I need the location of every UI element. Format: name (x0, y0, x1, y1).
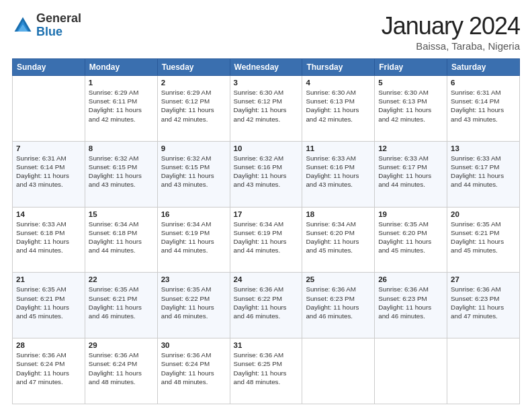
logo-blue: Blue (36, 25, 62, 38)
day-info: Sunrise: 6:35 AM Sunset: 6:21 PM Dayligh… (451, 220, 516, 255)
day-info: Sunrise: 6:30 AM Sunset: 6:13 PM Dayligh… (378, 88, 443, 124)
day-number: 2 (161, 79, 226, 87)
logo-text: General Blue (36, 12, 81, 39)
day-info: Sunrise: 6:31 AM Sunset: 6:14 PM Dayligh… (16, 154, 81, 189)
calendar-header-row: Sunday Monday Tuesday Wednesday Thursday… (13, 59, 520, 76)
calendar-week-1: 1Sunrise: 6:29 AM Sunset: 6:11 PM Daylig… (13, 76, 520, 142)
day-number: 20 (451, 210, 516, 218)
calendar-week-3: 14Sunrise: 6:33 AM Sunset: 6:18 PM Dayli… (13, 207, 520, 273)
day-number: 3 (234, 79, 299, 87)
table-row: 29Sunrise: 6:36 AM Sunset: 6:24 PM Dayli… (85, 338, 157, 404)
table-row (375, 338, 447, 404)
day-info: Sunrise: 6:34 AM Sunset: 6:18 PM Dayligh… (89, 220, 154, 255)
table-row: 12Sunrise: 6:33 AM Sunset: 6:17 PM Dayli… (375, 141, 447, 207)
calendar-week-5: 28Sunrise: 6:36 AM Sunset: 6:24 PM Dayli… (13, 338, 520, 404)
table-row: 26Sunrise: 6:36 AM Sunset: 6:23 PM Dayli… (375, 273, 447, 338)
day-info: Sunrise: 6:35 AM Sunset: 6:20 PM Dayligh… (378, 220, 443, 255)
day-info: Sunrise: 6:36 AM Sunset: 6:25 PM Dayligh… (234, 351, 299, 386)
day-number: 18 (306, 210, 371, 218)
day-info: Sunrise: 6:34 AM Sunset: 6:19 PM Dayligh… (161, 220, 226, 255)
day-number: 30 (161, 341, 226, 349)
day-number: 17 (234, 210, 299, 218)
calendar-table: Sunday Monday Tuesday Wednesday Thursday… (12, 58, 520, 404)
day-info: Sunrise: 6:29 AM Sunset: 6:11 PM Dayligh… (89, 88, 154, 124)
day-number: 16 (161, 210, 226, 218)
header-sunday: Sunday (13, 59, 85, 76)
table-row: 25Sunrise: 6:36 AM Sunset: 6:23 PM Dayli… (302, 273, 375, 338)
title-block: January 2024 Baissa, Taraba, Nigeria (382, 12, 520, 52)
day-info: Sunrise: 6:36 AM Sunset: 6:23 PM Dayligh… (306, 285, 371, 320)
day-info: Sunrise: 6:36 AM Sunset: 6:24 PM Dayligh… (16, 351, 81, 386)
header-wednesday: Wednesday (230, 59, 302, 76)
header: General Blue January 2024 Baissa, Taraba… (12, 12, 520, 52)
table-row: 23Sunrise: 6:35 AM Sunset: 6:22 PM Dayli… (157, 273, 230, 338)
day-number: 23 (161, 275, 226, 283)
day-number: 10 (234, 144, 299, 152)
day-number: 1 (89, 79, 154, 87)
day-number: 9 (161, 144, 226, 152)
day-info: Sunrise: 6:35 AM Sunset: 6:21 PM Dayligh… (89, 285, 154, 320)
day-number: 21 (16, 275, 81, 283)
day-info: Sunrise: 6:34 AM Sunset: 6:19 PM Dayligh… (234, 220, 299, 255)
table-row: 6Sunrise: 6:31 AM Sunset: 6:14 PM Daylig… (447, 76, 520, 142)
table-row: 3Sunrise: 6:30 AM Sunset: 6:12 PM Daylig… (230, 76, 302, 142)
table-row: 16Sunrise: 6:34 AM Sunset: 6:19 PM Dayli… (157, 207, 230, 273)
day-number: 24 (234, 275, 299, 283)
day-number: 14 (16, 210, 81, 218)
header-saturday: Saturday (447, 59, 520, 76)
logo: General Blue (12, 12, 81, 39)
table-row: 8Sunrise: 6:32 AM Sunset: 6:15 PM Daylig… (85, 141, 157, 207)
day-number: 22 (89, 275, 154, 283)
table-row (302, 338, 375, 404)
day-info: Sunrise: 6:30 AM Sunset: 6:13 PM Dayligh… (306, 88, 371, 124)
calendar-week-4: 21Sunrise: 6:35 AM Sunset: 6:21 PM Dayli… (13, 273, 520, 338)
header-tuesday: Tuesday (157, 59, 230, 76)
table-row (447, 338, 520, 404)
day-number: 28 (16, 341, 81, 349)
table-row: 9Sunrise: 6:32 AM Sunset: 6:15 PM Daylig… (157, 141, 230, 207)
table-row: 31Sunrise: 6:36 AM Sunset: 6:25 PM Dayli… (230, 338, 302, 404)
day-info: Sunrise: 6:31 AM Sunset: 6:14 PM Dayligh… (451, 88, 516, 124)
table-row: 27Sunrise: 6:36 AM Sunset: 6:23 PM Dayli… (447, 273, 520, 338)
day-number: 27 (451, 275, 516, 283)
day-number: 26 (378, 275, 443, 283)
table-row: 11Sunrise: 6:33 AM Sunset: 6:16 PM Dayli… (302, 141, 375, 207)
day-number: 11 (306, 144, 371, 152)
day-info: Sunrise: 6:36 AM Sunset: 6:23 PM Dayligh… (451, 285, 516, 320)
logo-icon (12, 15, 34, 36)
table-row: 20Sunrise: 6:35 AM Sunset: 6:21 PM Dayli… (447, 207, 520, 273)
day-number: 4 (306, 79, 371, 87)
day-info: Sunrise: 6:35 AM Sunset: 6:21 PM Dayligh… (16, 285, 81, 320)
table-row: 15Sunrise: 6:34 AM Sunset: 6:18 PM Dayli… (85, 207, 157, 273)
table-row: 13Sunrise: 6:33 AM Sunset: 6:17 PM Dayli… (447, 141, 520, 207)
title-month: January 2024 (382, 12, 520, 40)
day-number: 13 (451, 144, 516, 152)
table-row: 24Sunrise: 6:36 AM Sunset: 6:22 PM Dayli… (230, 273, 302, 338)
day-number: 5 (378, 79, 443, 87)
table-row: 18Sunrise: 6:34 AM Sunset: 6:20 PM Dayli… (302, 207, 375, 273)
table-row: 2Sunrise: 6:29 AM Sunset: 6:12 PM Daylig… (157, 76, 230, 142)
day-info: Sunrise: 6:29 AM Sunset: 6:12 PM Dayligh… (161, 88, 226, 124)
day-info: Sunrise: 6:34 AM Sunset: 6:20 PM Dayligh… (306, 220, 371, 255)
table-row: 19Sunrise: 6:35 AM Sunset: 6:20 PM Dayli… (375, 207, 447, 273)
day-number: 29 (89, 341, 154, 349)
table-row: 30Sunrise: 6:36 AM Sunset: 6:24 PM Dayli… (157, 338, 230, 404)
table-row: 22Sunrise: 6:35 AM Sunset: 6:21 PM Dayli… (85, 273, 157, 338)
table-row: 5Sunrise: 6:30 AM Sunset: 6:13 PM Daylig… (375, 76, 447, 142)
page: General Blue January 2024 Baissa, Taraba… (0, 0, 532, 411)
day-info: Sunrise: 6:33 AM Sunset: 6:17 PM Dayligh… (451, 154, 516, 189)
table-row (13, 76, 85, 142)
logo-general: General (36, 11, 81, 25)
header-thursday: Thursday (302, 59, 375, 76)
day-info: Sunrise: 6:36 AM Sunset: 6:23 PM Dayligh… (378, 285, 443, 320)
day-number: 7 (16, 144, 81, 152)
day-info: Sunrise: 6:33 AM Sunset: 6:16 PM Dayligh… (306, 154, 371, 189)
table-row: 7Sunrise: 6:31 AM Sunset: 6:14 PM Daylig… (13, 141, 85, 207)
day-number: 12 (378, 144, 443, 152)
table-row: 21Sunrise: 6:35 AM Sunset: 6:21 PM Dayli… (13, 273, 85, 338)
day-info: Sunrise: 6:36 AM Sunset: 6:24 PM Dayligh… (161, 351, 226, 386)
table-row: 4Sunrise: 6:30 AM Sunset: 6:13 PM Daylig… (302, 76, 375, 142)
table-row: 10Sunrise: 6:32 AM Sunset: 6:16 PM Dayli… (230, 141, 302, 207)
title-location: Baissa, Taraba, Nigeria (382, 40, 520, 52)
day-info: Sunrise: 6:35 AM Sunset: 6:22 PM Dayligh… (161, 285, 226, 320)
